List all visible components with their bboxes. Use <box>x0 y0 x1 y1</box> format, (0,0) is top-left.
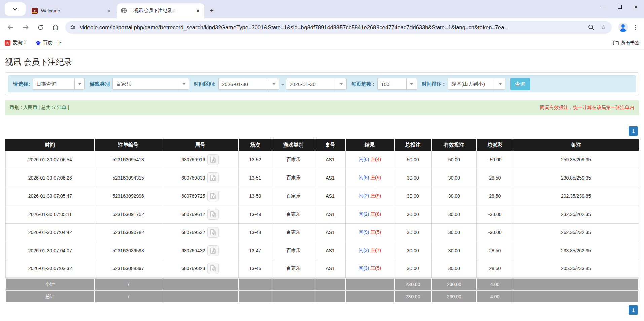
summary-cell-3 <box>239 278 272 290</box>
cell-game-type: 百家乐 <box>272 260 315 278</box>
chevron-down-icon[interactable] <box>336 78 346 89</box>
date-from-value: 2026-01-30 <box>219 81 269 87</box>
search-button[interactable]: 查询 <box>510 78 530 90</box>
round-number-text: 680769532 <box>181 230 205 235</box>
chevron-down-icon[interactable] <box>495 78 505 89</box>
cell-result: 闲(2) 庄(8) <box>346 205 394 223</box>
zoom-page-button[interactable] <box>587 23 596 32</box>
tab-close-icon[interactable]: × <box>106 8 112 14</box>
date-to-select[interactable]: 2026-01-30 <box>286 78 347 90</box>
summary-cell-0: 总计 <box>5 290 95 303</box>
pagination-bottom: 1 <box>5 305 638 315</box>
tab-search-chevron-button[interactable] <box>5 2 26 16</box>
cell-time: 2026-01-30 07:04:42 <box>5 223 95 242</box>
cell-payout: 28.50 <box>476 260 513 278</box>
summary-bar: 币别 : 人民币 | 总共 :7 注单 | 同局有效投注，统一计算在该局第一张注… <box>5 100 639 115</box>
chevron-down-icon[interactable] <box>179 78 189 89</box>
summary-cell-2 <box>162 290 239 303</box>
browser-tab-welcome[interactable]: ♠ Welcome × <box>28 3 115 18</box>
cell-remark: 205.35/233.85 <box>513 260 639 278</box>
pagination-page-1-button[interactable]: 1 <box>629 305 638 315</box>
bookmark-aitaobao[interactable]: 淘 爱淘宝 <box>5 40 27 46</box>
url-bar[interactable]: videoie.com/ipl/portal.php/game/betrecor… <box>65 21 612 34</box>
browser-tab-betrecord[interactable]: :::视讯 会员下注纪录::: × <box>117 3 204 18</box>
round-number-text: 680769916 <box>181 157 205 162</box>
cell-result: 闲(3) 庄(7) <box>346 242 394 260</box>
video-replay-button[interactable] <box>207 227 219 238</box>
reload-button[interactable] <box>34 21 47 34</box>
per-page-select[interactable]: 100 <box>377 78 417 90</box>
table-row: 2026-01-30 07:05:11523163091752680769612… <box>5 205 639 223</box>
all-bookmarks-button[interactable]: 所有书签 <box>613 40 639 46</box>
pagination-page-1-button[interactable]: 1 <box>629 126 638 136</box>
all-bookmarks-label: 所有书签 <box>621 40 639 46</box>
chevron-down-icon[interactable] <box>74 78 84 89</box>
video-replay-button[interactable] <box>207 263 219 274</box>
svg-text:♠: ♠ <box>34 9 36 12</box>
time-sort-value: 降幂(由大到小) <box>448 81 495 87</box>
video-replay-button[interactable] <box>207 209 219 220</box>
back-button[interactable] <box>4 21 17 34</box>
baidu-paw-icon <box>35 40 41 46</box>
magnifier-icon <box>588 24 594 30</box>
cell-total-bet[interactable]: 30.00 <box>394 260 432 278</box>
cell-valid-bet: 30.00 <box>432 260 477 278</box>
game-type-value: 百家乐 <box>113 81 179 87</box>
browser-menu-button[interactable]: ⋮ <box>631 22 641 32</box>
cell-total-bet[interactable]: 30.00 <box>394 223 432 242</box>
bookmark-baidu[interactable]: 百度一下 <box>35 40 62 46</box>
globe-favicon <box>121 8 127 14</box>
column-header: 游戏类别 <box>272 139 315 151</box>
video-replay-button[interactable] <box>207 154 219 165</box>
query-type-select[interactable]: 日期查询 <box>33 78 85 90</box>
site-settings-tune-icon[interactable] <box>69 24 77 31</box>
cell-payout: -30.00 <box>476 205 513 223</box>
cell-round-number: 680769532 <box>162 223 239 242</box>
window-maximize-button[interactable] <box>612 0 628 13</box>
cell-time: 2026-01-30 07:04:07 <box>5 242 95 260</box>
game-type-select[interactable]: 百家乐 <box>112 78 189 90</box>
table-row: 2026-01-30 07:06:54523163095413680769916… <box>5 151 639 169</box>
window-minimize-button[interactable] <box>596 0 612 13</box>
cell-total-bet[interactable]: 30.00 <box>394 169 432 187</box>
cell-result: 闲(9) 庄(5) <box>346 223 394 242</box>
minimize-icon <box>602 7 606 7</box>
summary-cell-4 <box>272 278 315 290</box>
cell-session: 13-49 <box>239 205 272 223</box>
chevron-down-icon[interactable] <box>406 78 417 89</box>
chevron-down-icon[interactable] <box>269 78 279 89</box>
window-close-button[interactable]: × <box>628 0 644 13</box>
video-replay-button[interactable] <box>207 191 219 201</box>
summary-cell-7: 230.00 <box>394 290 432 303</box>
cell-total-bet[interactable]: 30.00 <box>394 205 432 223</box>
cell-total-bet[interactable]: 50.00 <box>394 151 432 169</box>
result-banker: 庄(9) <box>370 193 381 198</box>
avatar-icon <box>621 24 625 28</box>
date-from-select[interactable]: 2026-01-30 <box>218 78 279 90</box>
tab-title: :::视讯 会员下注纪录::: <box>130 8 191 14</box>
summary-cell-2 <box>162 278 239 290</box>
cell-total-bet[interactable]: 30.00 <box>394 187 432 205</box>
time-sort-select[interactable]: 降幂(由大到小) <box>448 78 505 90</box>
time-sort-label: 时间排序 : <box>422 81 445 87</box>
home-button[interactable] <box>49 21 62 34</box>
video-replay-button[interactable] <box>207 172 219 183</box>
new-tab-button[interactable]: + <box>207 6 216 15</box>
date-range-label: 时间区间: <box>194 81 216 87</box>
forward-button[interactable] <box>19 21 32 34</box>
cell-payout: -50.00 <box>476 151 513 169</box>
result-player: 闲(3) <box>359 265 369 271</box>
video-replay-button[interactable] <box>207 245 219 256</box>
cell-round-number: 680769833 <box>162 169 239 187</box>
reload-icon <box>38 25 43 30</box>
cell-time: 2026-01-30 07:06:26 <box>5 169 95 187</box>
result-banker: 庄(8) <box>370 211 381 217</box>
cell-payout: 28.50 <box>476 187 513 205</box>
cell-total-bet[interactable]: 30.00 <box>394 242 432 260</box>
tab-close-icon[interactable]: × <box>195 8 201 14</box>
cell-table-number: AS1 <box>315 223 345 242</box>
bookmark-star-button[interactable]: ☆ <box>599 23 608 32</box>
cell-round-number: 680769612 <box>162 205 239 223</box>
profile-avatar-button[interactable] <box>618 23 628 32</box>
cell-remark: 262.35/232.35 <box>513 223 639 242</box>
